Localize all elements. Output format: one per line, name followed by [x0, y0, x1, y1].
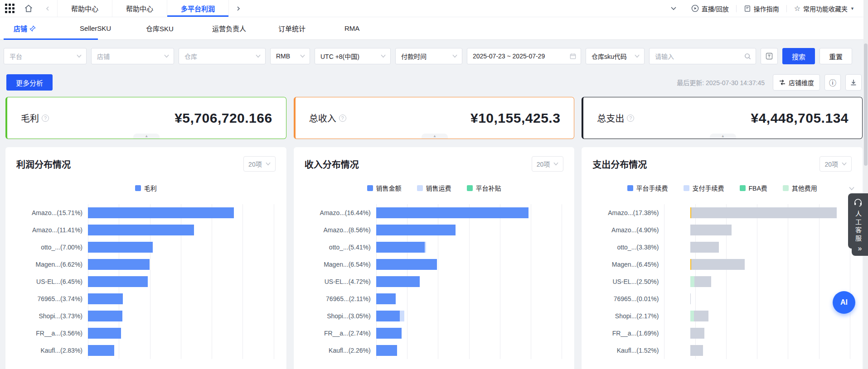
kpi-collapse-handle[interactable]: ▲: [422, 134, 448, 139]
star-icon: ☆: [794, 4, 800, 13]
home-button[interactable]: [19, 0, 38, 17]
bar[interactable]: [88, 345, 274, 356]
legend-item[interactable]: FBA费: [740, 183, 767, 192]
legend-item[interactable]: 其他费用: [783, 183, 817, 192]
legend-item[interactable]: 毛利: [135, 183, 157, 192]
bar[interactable]: [376, 311, 562, 321]
chevron-down-icon: [381, 54, 386, 58]
batch-input-button[interactable]: [761, 48, 778, 64]
bar-segment: [376, 328, 402, 339]
legend-item[interactable]: 销售运费: [417, 183, 451, 192]
bar[interactable]: [690, 242, 868, 253]
chart-legend: 平台手续费支付手续费FBA费其他费用: [592, 183, 852, 192]
items-count-select[interactable]: 20项: [820, 156, 852, 172]
help-icon[interactable]: ?: [339, 115, 346, 122]
bar[interactable]: [690, 207, 868, 218]
keyword-input[interactable]: 请输入: [649, 48, 756, 64]
items-count-select[interactable]: 20项: [243, 156, 276, 172]
collapse-service-button[interactable]: »: [852, 241, 868, 256]
bar[interactable]: [88, 225, 274, 235]
bar[interactable]: [88, 242, 274, 253]
time-type-select-value: 付款时间: [401, 52, 452, 61]
date-range-picker[interactable]: 2025-07-23 ~ 2025-07-29: [467, 48, 581, 64]
nav-tab-rma[interactable]: RMA: [344, 17, 411, 39]
live-replay-button[interactable]: 直播/回放: [684, 4, 736, 13]
legend-swatch: [740, 185, 746, 191]
platform-select[interactable]: 平台: [4, 48, 87, 64]
window-tab-help-center-2[interactable]: 帮助中心: [112, 0, 167, 17]
bar[interactable]: [376, 276, 562, 287]
bar[interactable]: [88, 311, 274, 321]
bar[interactable]: [376, 293, 562, 304]
bar[interactable]: [376, 328, 562, 339]
guide-doc-icon: [744, 5, 751, 12]
legend-item[interactable]: 销售金额: [367, 183, 402, 192]
bar[interactable]: [88, 207, 274, 218]
legend-label: 其他费用: [792, 183, 817, 192]
legend-item[interactable]: 平台手续费: [627, 183, 668, 192]
help-icon[interactable]: ?: [627, 115, 634, 122]
nav-tab-order-stats[interactable]: 订单统计: [278, 17, 344, 39]
sku-type-select[interactable]: 仓库sku代码: [586, 48, 645, 64]
bar[interactable]: [690, 276, 868, 287]
operation-guide-button[interactable]: 操作指南: [737, 4, 786, 13]
bar[interactable]: [88, 259, 274, 270]
time-type-select[interactable]: 付款时间: [395, 48, 462, 64]
bar[interactable]: [376, 345, 562, 356]
bar[interactable]: [690, 225, 868, 235]
legend-item[interactable]: 支付手续费: [684, 183, 724, 192]
bar[interactable]: [690, 345, 868, 356]
nav-tab-store[interactable]: 店铺: [14, 17, 80, 39]
more-analysis-button[interactable]: 更多分析: [6, 74, 53, 91]
bar[interactable]: [376, 242, 562, 253]
bar[interactable]: [88, 293, 274, 304]
search-button[interactable]: 搜索: [782, 48, 815, 64]
bar[interactable]: [690, 259, 868, 270]
bar-segment: [694, 311, 709, 321]
tab-scroll-right-button[interactable]: [229, 0, 248, 17]
legend-overflow-button[interactable]: [849, 184, 854, 192]
scrollbar-thumb[interactable]: [864, 43, 868, 166]
window-tab-multi-platform-profit[interactable]: 多平台利润: [167, 0, 229, 17]
store-select[interactable]: 店铺: [91, 48, 174, 64]
info-button[interactable]: ⓘ: [824, 74, 841, 91]
nav-tab-operator[interactable]: 运营负责人: [212, 17, 278, 39]
kpi-collapse-handle[interactable]: ▲: [133, 134, 160, 139]
dimension-switch-button[interactable]: 店铺维度: [773, 74, 820, 91]
bar[interactable]: [376, 259, 562, 270]
ai-assistant-button[interactable]: AI: [833, 291, 855, 314]
bar[interactable]: [88, 328, 274, 339]
bar[interactable]: [690, 328, 868, 339]
bar[interactable]: [376, 207, 562, 218]
tab-scroll-left-button[interactable]: [38, 0, 57, 17]
download-button[interactable]: [845, 74, 862, 91]
items-count-select[interactable]: 20项: [532, 156, 564, 172]
customer-service-tab[interactable]: 人工客服: [848, 193, 868, 249]
help-icon[interactable]: ?: [42, 115, 49, 122]
profit-distribution-panel: 利润分布情况 20项 毛利 Amazo...(15.71%)Amazo...(1…: [5, 147, 286, 369]
bar-category-label: Magen...(6.45%): [592, 256, 664, 273]
last-update-text: 最后更新: 2025-07-30 14:37:45: [677, 78, 765, 87]
window-tab-help-center-1[interactable]: 帮助中心: [57, 0, 112, 17]
nav-tab-sellersku[interactable]: SellerSKU: [80, 17, 146, 39]
bar[interactable]: [376, 225, 562, 235]
nav-tab-warehouse-sku[interactable]: 仓库SKU: [146, 17, 212, 39]
favorites-menu[interactable]: ☆ 常用功能收藏夹 ▼: [787, 4, 862, 13]
chart-row: Amazo...(4.90%): [664, 221, 850, 239]
currency-select[interactable]: RMB: [270, 48, 310, 64]
reset-button[interactable]: 重置: [820, 48, 852, 64]
bar[interactable]: [88, 276, 274, 287]
collapse-header-button[interactable]: [663, 6, 684, 11]
kpi-collapse-handle[interactable]: ▲: [710, 134, 736, 139]
apps-menu-button[interactable]: [0, 0, 19, 17]
chart-row: Shopi...(3.05%): [376, 307, 562, 325]
nav-tab-label: 店铺: [14, 24, 27, 33]
nav-tab-label: 仓库SKU: [146, 24, 174, 33]
favorites-label: 常用功能收藏夹: [803, 4, 848, 13]
bar-category-label: Amazo...(11.41%): [16, 221, 88, 239]
warehouse-select[interactable]: 仓库: [179, 48, 266, 64]
play-circle-icon: [691, 5, 699, 12]
timezone-select[interactable]: UTC +8(中国): [315, 48, 391, 64]
chevron-down-icon: [300, 54, 305, 58]
legend-item[interactable]: 平台补贴: [467, 183, 501, 192]
